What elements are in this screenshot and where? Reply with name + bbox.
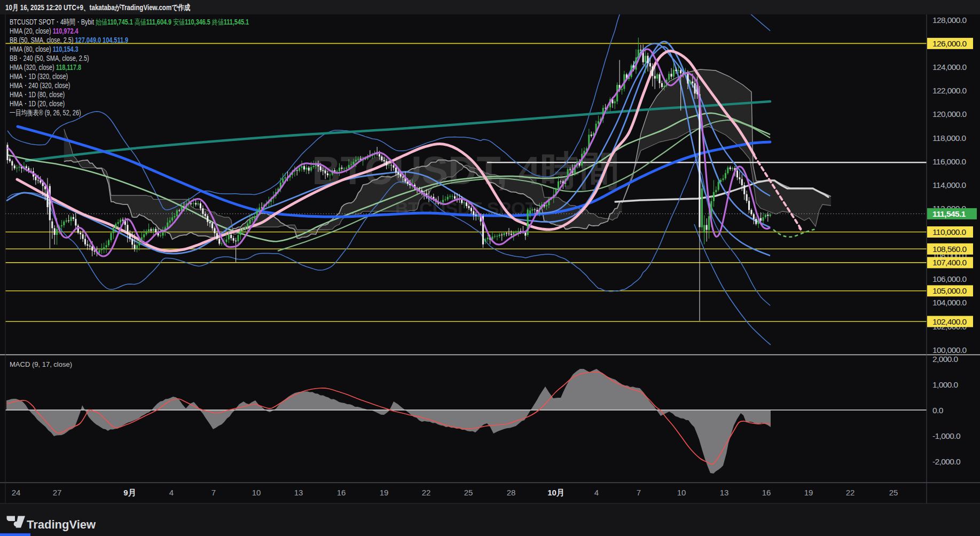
svg-text:104,000.0: 104,000.0 — [932, 298, 967, 307]
svg-text:107,400.0: 107,400.0 — [932, 258, 967, 267]
svg-text:102,400.0: 102,400.0 — [932, 317, 967, 326]
svg-text:19: 19 — [804, 488, 813, 497]
svg-text:116,000.0: 116,000.0 — [932, 157, 966, 166]
svg-text:16: 16 — [762, 488, 771, 497]
svg-text:TradingView: TradingView — [27, 518, 96, 531]
svg-text:10: 10 — [252, 488, 261, 497]
svg-text:9月: 9月 — [123, 488, 136, 497]
svg-text:120,000.0: 120,000.0 — [932, 109, 967, 119]
svg-text:126,000.0: 126,000.0 — [932, 39, 967, 48]
svg-text:22: 22 — [422, 488, 431, 497]
svg-text:HMA (20, close) 110,972.4: HMA (20, close) 110,972.4 — [10, 27, 79, 36]
svg-text:-1,000.0: -1,000.0 — [932, 431, 961, 440]
svg-text:BB (50, SMA, close, 2.5) 127,: BB (50, SMA, close, 2.5) 127,049.0 104,5… — [10, 36, 128, 45]
svg-text:124,000.0: 124,000.0 — [932, 62, 967, 72]
svg-text:HMA (80, close) 110,154.3: HMA (80, close) 110,154.3 — [10, 45, 79, 54]
svg-text:19: 19 — [380, 488, 389, 497]
svg-text:2,000.0: 2,000.0 — [932, 354, 958, 364]
svg-text:HMA・1D (20, close): HMA・1D (20, close) — [10, 100, 65, 108]
svg-text:10月 16, 2025 12:20 UTC+9、takat: 10月 16, 2025 12:20 UTC+9、takatabaがTradin… — [5, 3, 190, 12]
svg-text:13: 13 — [720, 488, 729, 497]
svg-text:4: 4 — [169, 488, 174, 497]
svg-text:BTCUSDT SPOT・4時間・Bybit 始値110,: BTCUSDT SPOT・4時間・Bybit 始値110,745.1 高値111… — [10, 18, 249, 27]
svg-text:-2,000.0: -2,000.0 — [932, 457, 961, 466]
svg-text:HMA (320, close) 118,117.8: HMA (320, close) 118,117.8 — [10, 64, 81, 72]
svg-text:27: 27 — [53, 488, 62, 497]
svg-text:7: 7 — [211, 488, 216, 497]
svg-text:118,000.0: 118,000.0 — [932, 133, 966, 143]
svg-text:0.0: 0.0 — [932, 406, 944, 415]
svg-text:BB・240 (50, SMA, close, 2.5): BB・240 (50, SMA, close, 2.5) — [10, 54, 89, 63]
svg-text:100,000.0: 100,000.0 — [932, 345, 967, 354]
svg-text:24: 24 — [12, 488, 21, 497]
svg-text:4: 4 — [594, 488, 599, 497]
svg-text:111,545.1: 111,545.1 — [932, 209, 966, 218]
svg-text:25: 25 — [889, 488, 898, 497]
svg-text:1,000.0: 1,000.0 — [932, 380, 958, 389]
svg-text:7: 7 — [637, 488, 641, 497]
svg-text:22: 22 — [846, 488, 855, 497]
svg-text:114,000.0: 114,000.0 — [932, 180, 966, 190]
svg-text:HMA・240 (320, close): HMA・240 (320, close) — [10, 82, 70, 90]
svg-text:106,000.0: 106,000.0 — [932, 274, 967, 283]
svg-text:HMA・1D (320, close): HMA・1D (320, close) — [10, 73, 68, 81]
svg-text:25: 25 — [464, 488, 473, 497]
svg-text:MACD (9, 17, close): MACD (9, 17, close) — [10, 360, 72, 368]
svg-text:10月: 10月 — [547, 488, 565, 497]
svg-text:一目均衡表® (9, 26, 52, 26): 一目均衡表® (9, 26, 52, 26) — [10, 109, 81, 117]
svg-text:HMA・1D (80, close): HMA・1D (80, close) — [10, 91, 65, 99]
svg-text:128,000.0: 128,000.0 — [932, 15, 967, 25]
svg-text:108,560.0: 108,560.0 — [932, 245, 967, 254]
svg-text:13: 13 — [294, 488, 303, 497]
svg-text:105,000.0: 105,000.0 — [932, 286, 967, 295]
svg-text:28: 28 — [507, 488, 516, 497]
svg-text:122,000.0: 122,000.0 — [932, 86, 967, 95]
svg-text:110,000.0: 110,000.0 — [932, 227, 966, 237]
svg-text:10: 10 — [677, 488, 686, 497]
svg-text:16: 16 — [337, 488, 346, 497]
